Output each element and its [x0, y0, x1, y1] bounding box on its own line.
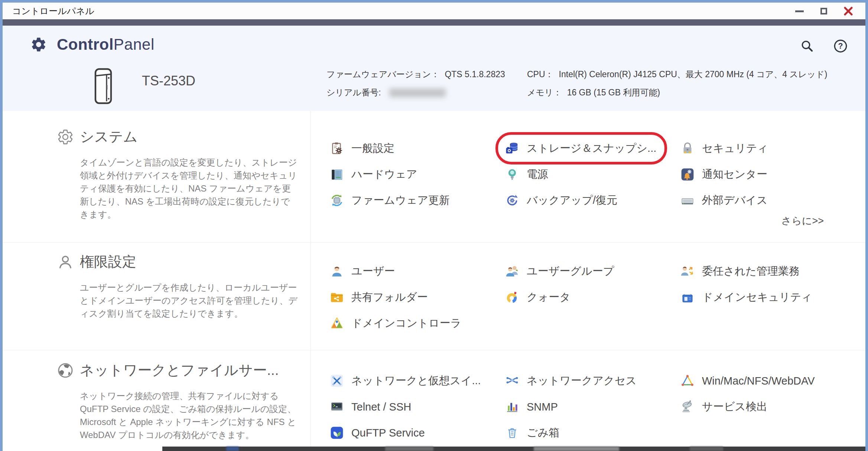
- app-title-rest: Panel: [114, 36, 155, 53]
- search-button[interactable]: [799, 38, 815, 54]
- maximize-icon: [820, 8, 827, 14]
- item-label: 一般設定: [351, 141, 394, 156]
- item-network-virtual-switch[interactable]: ネットワークと仮想スイ...: [330, 368, 505, 394]
- item-storage-snapshots[interactable]: ストレージ＆スナップシ...: [505, 135, 680, 161]
- app-title-bold: Control: [57, 36, 114, 53]
- firmware-label: ファームウェアバージョン：: [326, 69, 439, 80]
- hardware-info: CPU：Intel(R) Celeron(R) J4125 CPU、最大 270…: [527, 69, 827, 105]
- section-privilege: 権限設定 ユーザーとグループを作成したり、ローカルユーザーとドメインユーザーのア…: [3, 242, 865, 350]
- window-controls: [793, 6, 854, 17]
- privilege-person-icon: [57, 254, 74, 271]
- item-label: ユーザー: [351, 264, 395, 279]
- network-access-icon: [505, 374, 519, 388]
- item-label: ファームウェア更新: [351, 193, 450, 208]
- item-general-settings[interactable]: 一般設定: [330, 135, 505, 161]
- network-globe-icon: [57, 362, 74, 379]
- item-domain-controller[interactable]: ドメインコントローラ: [330, 310, 505, 336]
- item-label: クォータ: [527, 290, 570, 305]
- item-label: ネットワークアクセス: [527, 373, 637, 388]
- strip-blob: [226, 447, 239, 451]
- general-settings-icon: [330, 141, 344, 156]
- item-recycle-bin[interactable]: ごみ箱: [505, 420, 680, 446]
- item-users[interactable]: ユーザー: [330, 258, 505, 284]
- recycle-bin-icon: [505, 426, 519, 440]
- serial-redacted: [389, 88, 446, 97]
- item-label: ドメインコントローラ: [351, 316, 461, 331]
- item-label: サービス検出: [702, 399, 767, 414]
- item-label: ドメインセキュリティ: [702, 290, 812, 305]
- section-desc-system: タイムゾーンと言語の設定を変更したり、ストレージ領域と外付けデバイスを管理したり…: [80, 156, 298, 221]
- item-label: ハードウェア: [351, 167, 417, 182]
- item-firmware-update[interactable]: ファームウェア更新: [330, 187, 505, 213]
- users-icon: [330, 264, 344, 278]
- help-button[interactable]: ?: [833, 38, 848, 54]
- item-shared-folders[interactable]: 共有フォルダー: [330, 284, 505, 310]
- strip-blob: [534, 447, 619, 451]
- service-discovery-icon: [680, 400, 695, 414]
- item-label: 共有フォルダー: [351, 290, 428, 305]
- item-service-discovery[interactable]: サービス検出: [680, 394, 865, 420]
- item-snmp[interactable]: SNMP: [505, 394, 680, 420]
- strip-blob: [690, 447, 723, 451]
- item-network-access[interactable]: ネットワークアクセス: [505, 368, 680, 394]
- item-win-mac-nfs-webdav[interactable]: Win/Mac/NFS/WebDAV: [680, 368, 865, 394]
- notification-center-icon: [680, 167, 695, 182]
- app-gear-icon: [30, 36, 47, 53]
- item-quftp-service[interactable]: QuFTP Service: [330, 420, 505, 446]
- network-virtual-switch-icon: [330, 374, 344, 388]
- item-user-groups[interactable]: ユーザーグループ: [505, 258, 680, 284]
- item-label: QuFTP Service: [351, 427, 425, 439]
- close-icon: [843, 6, 854, 16]
- maximize-button[interactable]: [818, 6, 830, 17]
- win-mac-nfs-webdav-icon: [680, 374, 695, 388]
- search-icon: [800, 39, 814, 53]
- item-label: ごみ箱: [527, 425, 559, 440]
- item-external-device[interactable]: 外部デバイス: [680, 187, 865, 213]
- snmp-icon: [505, 400, 519, 414]
- item-label: 通知センター: [702, 167, 767, 182]
- item-telnet-ssh[interactable]: Telnet / SSH: [330, 394, 505, 420]
- titlebar: コントロールパネル: [3, 3, 865, 19]
- item-label: ストレージ＆スナップシ...: [527, 141, 656, 156]
- more-link[interactable]: さらに>>: [781, 214, 824, 228]
- item-label: 外部デバイス: [702, 193, 768, 208]
- hardware-icon: [330, 167, 344, 182]
- storage-snapshots-icon: [505, 141, 519, 156]
- power-icon: [505, 167, 519, 182]
- control-panel-window: コントロールパネル ControlPanel: [0, 0, 868, 451]
- svg-text:?: ?: [838, 42, 843, 50]
- serial-label: シリアル番号:: [326, 87, 381, 98]
- telnet-ssh-icon: [330, 400, 344, 414]
- section-network: ネットワークとファイルサー... ネットワーク接続の管理、共有ファイルに対する …: [3, 350, 865, 451]
- section-title-system: システム: [80, 127, 138, 146]
- item-hardware[interactable]: ハードウェア: [330, 161, 505, 187]
- item-label: ユーザーグループ: [527, 264, 614, 279]
- item-label: Telnet / SSH: [351, 401, 411, 413]
- close-button[interactable]: [842, 6, 854, 17]
- item-domain-security[interactable]: ドメインセキュリティ: [680, 284, 865, 310]
- device-model: TS-253D: [142, 73, 195, 89]
- item-security[interactable]: セキュリティ: [680, 135, 865, 161]
- window-title: コントロールパネル: [12, 5, 94, 17]
- quota-icon: [505, 290, 519, 304]
- firmware-info: ファームウェアバージョン：QTS 5.1.8.2823 シリアル番号:: [326, 69, 505, 105]
- section-title-privilege: 権限設定: [80, 252, 136, 271]
- item-label: ネットワークと仮想スイ...: [351, 373, 481, 388]
- security-icon: [680, 141, 695, 156]
- item-notification-center[interactable]: 通知センター: [680, 161, 865, 187]
- section-title-network: ネットワークとファイルサー...: [80, 361, 279, 380]
- section-system: システム タイムゾーンと言語の設定を変更したり、ストレージ領域と外付けデバイスを…: [3, 111, 865, 242]
- item-quota[interactable]: クォータ: [505, 284, 680, 310]
- item-backup-restore[interactable]: バックアップ/復元: [505, 187, 680, 213]
- item-delegated-administration[interactable]: 委任された管理業務: [680, 258, 865, 284]
- cpu-value: Intel(R) Celeron(R) J4125 CPU、最大 2700 MH…: [559, 69, 828, 80]
- nas-device-icon: [93, 66, 114, 107]
- item-label: Win/Mac/NFS/WebDAV: [702, 375, 815, 387]
- firmware-value: QTS 5.1.8.2823: [445, 69, 505, 79]
- app-title: ControlPanel: [57, 36, 155, 53]
- minimize-button[interactable]: [793, 6, 805, 17]
- domain-controller-icon: [330, 316, 344, 330]
- help-icon: ?: [833, 39, 848, 53]
- domain-security-icon: [680, 290, 695, 304]
- item-power[interactable]: 電源: [505, 161, 680, 187]
